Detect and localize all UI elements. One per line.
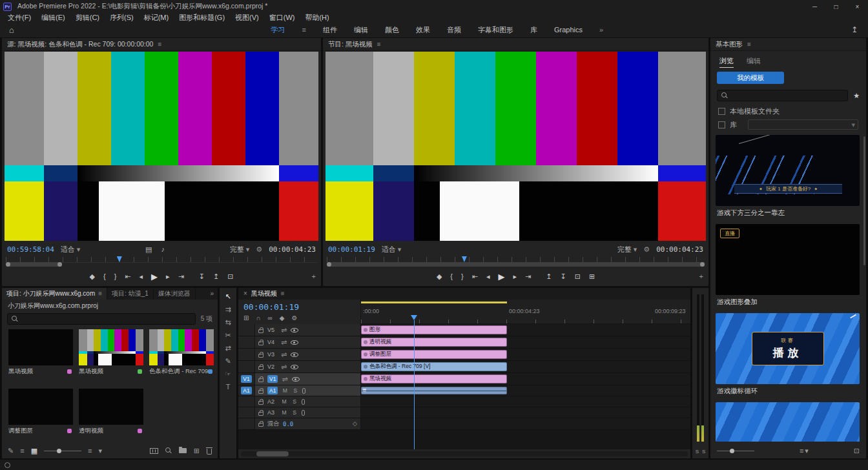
tab-project-active[interactable]: 项目: 小刀娱乐网www.x6g.com ≡ xyxy=(2,288,107,300)
menu-window[interactable]: 窗口(W) xyxy=(264,13,300,23)
zoom-handle-left[interactable] xyxy=(327,262,331,267)
project-item[interactable]: 黑场视频 xyxy=(8,329,73,383)
program-viewer[interactable] xyxy=(326,52,706,241)
minimize-button[interactable]: ─ xyxy=(804,0,825,13)
track-lane[interactable]: 黑场视频 xyxy=(361,373,690,385)
source-timecode[interactable]: 00:59:58:04 xyxy=(7,245,54,254)
source-zoom-scrollbar[interactable] xyxy=(6,262,317,267)
hand-tool-button[interactable]: ☞ xyxy=(225,371,231,378)
compare-view-button[interactable]: ⊞ xyxy=(589,273,595,280)
track-toggle[interactable]: V3 xyxy=(267,351,277,358)
menu-markers[interactable]: 标记(M) xyxy=(139,13,174,23)
project-search-input[interactable] xyxy=(21,316,191,323)
thumbnail-size-slider[interactable] xyxy=(717,451,754,451)
workspace-tab-audio[interactable]: 音频 xyxy=(447,25,461,35)
timeline-clip[interactable]: 色条和色调 - Rec 709 [V] xyxy=(361,362,507,371)
mute-button[interactable]: M xyxy=(281,409,287,416)
trash-icon[interactable] xyxy=(207,449,212,455)
track-lock-icon[interactable] xyxy=(258,390,264,394)
go-to-in-button[interactable]: ⇤ xyxy=(125,273,130,280)
panel-menu-icon[interactable]: ≡ xyxy=(747,41,751,48)
home-icon[interactable]: ⌂ xyxy=(9,26,14,34)
export-frame-button[interactable]: ⊡ xyxy=(227,273,233,280)
settings-wrench-icon[interactable]: ⚙ xyxy=(643,246,650,253)
source-scrub-bar[interactable] xyxy=(2,256,321,268)
solo-button[interactable]: S xyxy=(696,449,699,455)
menu-file[interactable]: 文件(F) xyxy=(3,13,36,23)
close-tab-icon[interactable]: × xyxy=(243,291,247,297)
tab-media-browser[interactable]: 媒体浏览器 xyxy=(154,288,196,300)
item-thumbnail[interactable] xyxy=(149,329,214,365)
track-lane[interactable]: 透明视频 xyxy=(361,336,690,348)
my-templates-button[interactable]: 我的模板 xyxy=(717,72,784,84)
timeline-horizontal-scrollbar[interactable] xyxy=(241,451,688,456)
add-marker-button[interactable]: ◆ xyxy=(90,273,95,280)
track-output-icon[interactable] xyxy=(291,328,298,332)
zoom-handle-left[interactable] xyxy=(6,262,10,267)
template-list-scrollbar[interactable] xyxy=(863,136,865,265)
voiceover-mic-icon[interactable] xyxy=(302,388,305,394)
source-patch-cell[interactable] xyxy=(238,349,255,360)
timeline-clip[interactable]: 透明视频 xyxy=(361,338,507,347)
template-thumbnail[interactable] xyxy=(716,402,860,442)
workspace-menu-icon[interactable]: ≡ xyxy=(302,26,306,34)
workspace-tab-libraries[interactable]: 库 xyxy=(530,25,537,35)
label-color-chip[interactable] xyxy=(208,369,212,374)
play-button[interactable]: ▶ xyxy=(151,272,158,281)
source-viewer[interactable] xyxy=(5,52,318,241)
mark-out-button[interactable]: } xyxy=(461,273,464,280)
mark-in-button[interactable]: { xyxy=(103,273,106,280)
quick-export-icon[interactable]: ↥ xyxy=(851,26,858,34)
template-thumbnail[interactable]: 直播 xyxy=(716,224,860,295)
go-to-out-button[interactable]: ⇥ xyxy=(525,273,531,280)
track-lock-icon[interactable] xyxy=(258,423,264,427)
new-item-icon[interactable]: ⊞ xyxy=(194,447,200,455)
workspace-tab-editing[interactable]: 编辑 xyxy=(354,25,368,35)
list-view-icon[interactable]: ≡ xyxy=(20,447,24,455)
nest-insert-icon[interactable]: ⊞ xyxy=(243,315,249,322)
selection-tool-button[interactable]: ↖ xyxy=(225,293,231,300)
label-color-chip[interactable] xyxy=(67,429,72,433)
solo-button[interactable]: S xyxy=(291,409,298,416)
playhead-line[interactable] xyxy=(414,320,415,449)
button-editor-icon[interactable]: + xyxy=(312,273,316,280)
edit-pencil-icon[interactable]: ✎ xyxy=(8,447,14,455)
libraries-select[interactable]: ▾ xyxy=(748,119,858,130)
source-patch-cell[interactable] xyxy=(238,336,255,348)
local-templates-checkbox[interactable] xyxy=(718,108,725,115)
track-toggle[interactable]: A2 xyxy=(267,398,277,405)
settings-wrench-icon[interactable]: ⚙ xyxy=(256,246,262,253)
sync-status-icon[interactable] xyxy=(5,462,10,468)
thumbnail-size-slider[interactable] xyxy=(44,451,81,451)
source-resolution-select[interactable]: 完整▾ xyxy=(230,245,250,254)
workspace-overflow-icon[interactable]: » xyxy=(599,26,603,34)
track-lane[interactable]: 图形 xyxy=(361,324,690,336)
automate-to-sequence-icon[interactable] xyxy=(150,448,158,454)
timeline-clip[interactable]: 调整图层 xyxy=(361,350,507,359)
insert-button[interactable]: ↧ xyxy=(199,273,205,280)
program-timecode[interactable]: 00:00:01:19 xyxy=(328,245,375,254)
sync-lock-icon[interactable]: ⇌ xyxy=(281,351,287,358)
track-lock-icon[interactable] xyxy=(258,401,264,405)
source-zoom-select[interactable]: 适合▾ xyxy=(61,245,81,254)
program-zoom-scrollbar[interactable] xyxy=(327,262,705,267)
track-select-tool-button[interactable]: ⇉ xyxy=(225,306,231,313)
sync-lock-icon[interactable]: ⇌ xyxy=(281,327,287,334)
workspace-tab-assembly[interactable]: 组件 xyxy=(323,25,337,35)
workspace-tab-graphics[interactable]: Graphics xyxy=(554,26,583,34)
go-to-out-button[interactable]: ⇥ xyxy=(178,273,184,280)
favorites-star-icon[interactable]: ★ xyxy=(853,92,860,99)
project-item[interactable]: 透明视频 xyxy=(79,389,143,442)
item-thumbnail[interactable] xyxy=(8,329,73,365)
panel-menu-icon[interactable]: ≡ xyxy=(281,291,285,297)
chevron-down-icon[interactable]: ▾ xyxy=(805,447,809,455)
menu-sequence[interactable]: 序列(S) xyxy=(105,13,139,23)
drag-video-icon[interactable]: ▤ xyxy=(145,246,152,253)
icon-view-icon[interactable]: ▦ xyxy=(31,447,37,455)
project-item[interactable]: 黑场视频 xyxy=(79,329,143,383)
step-forward-button[interactable]: ▸ xyxy=(166,273,170,280)
label-color-chip[interactable] xyxy=(67,369,72,374)
track-lock-icon[interactable] xyxy=(258,378,264,382)
track-output-icon[interactable] xyxy=(291,352,298,357)
track-toggle[interactable]: V2 xyxy=(267,363,277,370)
